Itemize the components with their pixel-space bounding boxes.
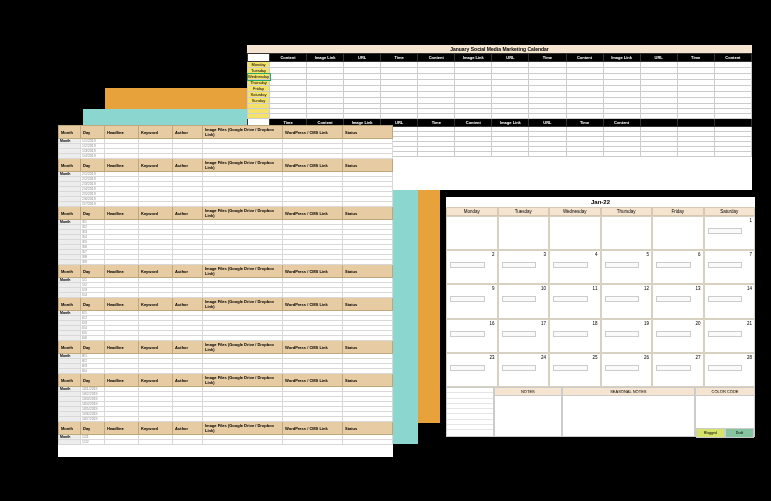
day-cell[interactable]: 26: [601, 353, 653, 387]
day-entry-box[interactable]: [656, 296, 691, 302]
day-entry-box[interactable]: [502, 365, 537, 371]
day-cell[interactable]: 28: [704, 353, 756, 387]
mkt-cell[interactable]: [640, 152, 677, 157]
day-entry-box[interactable]: [708, 228, 743, 234]
day-entry-box[interactable]: [605, 296, 640, 302]
day-number: 19: [644, 321, 649, 326]
day-entry-box[interactable]: [708, 331, 743, 337]
day-entry-box[interactable]: [656, 365, 691, 371]
day-entry-box[interactable]: [605, 365, 640, 371]
content-col-header: WordPress / CMS Link: [283, 374, 343, 387]
day-cell[interactable]: 1: [704, 216, 756, 250]
day-cell[interactable]: 13: [652, 284, 704, 318]
day-entry-box[interactable]: [553, 365, 588, 371]
content-cell[interactable]: [203, 440, 283, 445]
dow-label: Friday: [652, 207, 704, 216]
day-cell[interactable]: 24: [498, 353, 550, 387]
day-cell[interactable]: 21: [704, 319, 756, 353]
day-cell[interactable]: 12: [601, 284, 653, 318]
day-entry-box[interactable]: [450, 365, 485, 371]
day-cell[interactable]: 5: [601, 250, 653, 284]
colorcode-header: COLOR CODE: [696, 388, 754, 396]
day-entry-box[interactable]: [502, 331, 537, 337]
day-cell[interactable]: 18: [549, 319, 601, 353]
day-cell[interactable]: 25: [549, 353, 601, 387]
day-entry-box[interactable]: [708, 365, 743, 371]
day-number: 13: [695, 286, 700, 291]
content-col-header: Author: [173, 298, 203, 311]
mkt-cell[interactable]: [677, 152, 714, 157]
day-cell[interactable]: 19: [601, 319, 653, 353]
day-cell[interactable]: [601, 216, 653, 250]
day-cell[interactable]: 20: [652, 319, 704, 353]
mkt-cell[interactable]: [603, 152, 640, 157]
day-cell[interactable]: 4: [549, 250, 601, 284]
day-cell[interactable]: 9: [446, 284, 498, 318]
mkt-cell[interactable]: [714, 152, 751, 157]
day-number: 14: [747, 286, 752, 291]
day-cell[interactable]: 6: [652, 250, 704, 284]
content-col-header: Day: [81, 341, 105, 354]
content-cell[interactable]: [283, 440, 343, 445]
day-cell[interactable]: 23: [446, 353, 498, 387]
day-entry-box[interactable]: [450, 331, 485, 337]
month-grid: 1234567910111213141617181920212324252627…: [446, 216, 755, 387]
day-cell[interactable]: 7: [704, 250, 756, 284]
content-col-header: Day: [81, 298, 105, 311]
mkt-col-header: URL: [529, 119, 566, 127]
day-cell[interactable]: [498, 216, 550, 250]
day-entry-box[interactable]: [450, 262, 485, 268]
day-entry-box[interactable]: [656, 331, 691, 337]
day-cell[interactable]: 10: [498, 284, 550, 318]
day-cell[interactable]: 11: [549, 284, 601, 318]
content-col-header: Month: [59, 422, 81, 435]
day-entry-box[interactable]: [708, 296, 743, 302]
mkt-col-header: Content: [455, 119, 492, 127]
content-cell[interactable]: [343, 440, 393, 445]
mkt-cell[interactable]: [455, 152, 492, 157]
mkt-day-label: Saturday: [248, 92, 270, 98]
content-cell[interactable]: [105, 440, 139, 445]
day-number: 9: [492, 286, 495, 291]
content-cell[interactable]: [173, 440, 203, 445]
day-entry-box[interactable]: [502, 296, 537, 302]
day-cell[interactable]: 3: [498, 250, 550, 284]
mkt-cell[interactable]: [492, 152, 529, 157]
content-col-header: Day: [81, 159, 105, 172]
content-col-header: Author: [173, 207, 203, 220]
mkt-cell[interactable]: [529, 152, 566, 157]
mkt-cell[interactable]: [566, 152, 603, 157]
month-calendar-sheet: Jan-22 MondayTuesdayWednesdayThursdayFri…: [446, 197, 755, 437]
content-col-header: Month: [59, 159, 81, 172]
day-cell[interactable]: [652, 216, 704, 250]
day-cell[interactable]: [549, 216, 601, 250]
day-cell[interactable]: 17: [498, 319, 550, 353]
content-col-header: Headline: [105, 374, 139, 387]
content-col-header: Author: [173, 374, 203, 387]
day-entry-box[interactable]: [553, 331, 588, 337]
day-number: 10: [541, 286, 546, 291]
day-entry-box[interactable]: [605, 262, 640, 268]
day-cell[interactable]: 2: [446, 250, 498, 284]
day-entry-box[interactable]: [553, 262, 588, 268]
day-entry-box[interactable]: [656, 262, 691, 268]
day-entry-box[interactable]: [502, 262, 537, 268]
day-cell[interactable]: [446, 216, 498, 250]
mkt-cell[interactable]: [418, 152, 455, 157]
content-cell[interactable]: [139, 440, 173, 445]
day-entry-box[interactable]: [605, 331, 640, 337]
day-entry-box[interactable]: [553, 296, 588, 302]
day-entry-box[interactable]: [708, 262, 743, 268]
day-number: 11: [592, 286, 597, 291]
day-cell[interactable]: 16: [446, 319, 498, 353]
content-col-header: Image Files (Google Drive / Dropbox Link…: [203, 341, 283, 354]
day-cell[interactable]: 27: [652, 353, 704, 387]
day-number: 16: [489, 321, 494, 326]
day-cell[interactable]: 14: [704, 284, 756, 318]
dow-label: Thursday: [601, 207, 653, 216]
day-number: 7: [749, 252, 752, 257]
mkt-col-header: Time: [529, 54, 566, 62]
cc-draft: Draft: [725, 428, 754, 439]
content-col-header: Headline: [105, 159, 139, 172]
day-entry-box[interactable]: [450, 296, 485, 302]
